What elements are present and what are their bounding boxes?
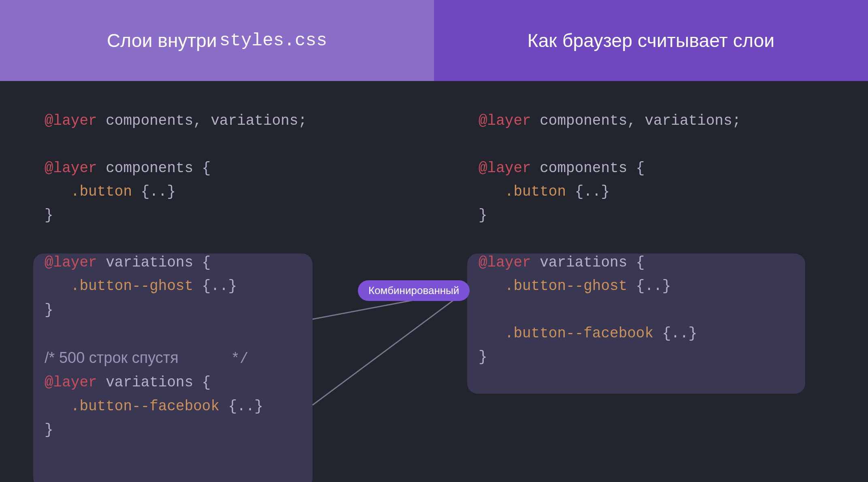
code-text: {..} bbox=[627, 278, 671, 294]
code-text: } bbox=[479, 349, 487, 365]
code-text: {..} bbox=[132, 183, 176, 200]
code-text: {..} bbox=[653, 325, 697, 342]
selector: .button--facebook bbox=[505, 325, 653, 342]
selector: .button--ghost bbox=[71, 278, 193, 294]
code-text: {..} bbox=[193, 278, 237, 294]
keyword-layer: @layer bbox=[45, 160, 97, 177]
selector: .button--facebook bbox=[71, 398, 219, 415]
selector: .button--ghost bbox=[505, 278, 627, 294]
selector: .button bbox=[71, 183, 132, 200]
header-left: Слои внутри styles.css bbox=[0, 0, 434, 81]
code-text: } bbox=[479, 207, 487, 224]
code-text: {..} bbox=[219, 398, 263, 415]
code-comment-end: */ bbox=[231, 351, 248, 367]
code-text: variations { bbox=[97, 254, 211, 271]
code-text: variations { bbox=[97, 374, 211, 391]
combined-badge: Комбинированный bbox=[358, 280, 470, 301]
keyword-layer: @layer bbox=[479, 254, 531, 271]
code-text: } bbox=[45, 302, 53, 318]
right-code-block: @layer components, variations; @layer co… bbox=[479, 109, 823, 369]
header-bar: Слои внутри styles.css Как браузер считы… bbox=[0, 0, 868, 81]
header-right-text: Как браузер считывает слои bbox=[528, 30, 774, 51]
badge-label: Комбинированный bbox=[368, 284, 459, 296]
keyword-layer: @layer bbox=[479, 113, 531, 129]
code-text: variations { bbox=[531, 254, 645, 271]
code-text: components, variations; bbox=[531, 113, 741, 129]
header-left-text: Слои внутри bbox=[107, 30, 217, 51]
code-text: components { bbox=[97, 160, 211, 177]
keyword-layer: @layer bbox=[479, 160, 531, 177]
code-text: } bbox=[45, 422, 53, 438]
code-text: components, variations; bbox=[97, 113, 307, 129]
code-comment: /* 500 строк спустя bbox=[45, 349, 179, 366]
code-text: components { bbox=[531, 160, 645, 177]
keyword-layer: @layer bbox=[45, 254, 97, 271]
code-text: } bbox=[45, 207, 53, 224]
code-text: {..} bbox=[566, 183, 610, 200]
header-left-filename: styles.css bbox=[219, 30, 327, 51]
header-right: Как браузер считывает слои bbox=[434, 0, 868, 81]
left-code-block: @layer components, variations; @layer co… bbox=[45, 109, 389, 442]
keyword-layer: @layer bbox=[45, 374, 97, 391]
right-column: @layer components, variations; @layer co… bbox=[434, 109, 868, 482]
keyword-layer: @layer bbox=[45, 113, 97, 129]
selector: .button bbox=[505, 183, 566, 200]
